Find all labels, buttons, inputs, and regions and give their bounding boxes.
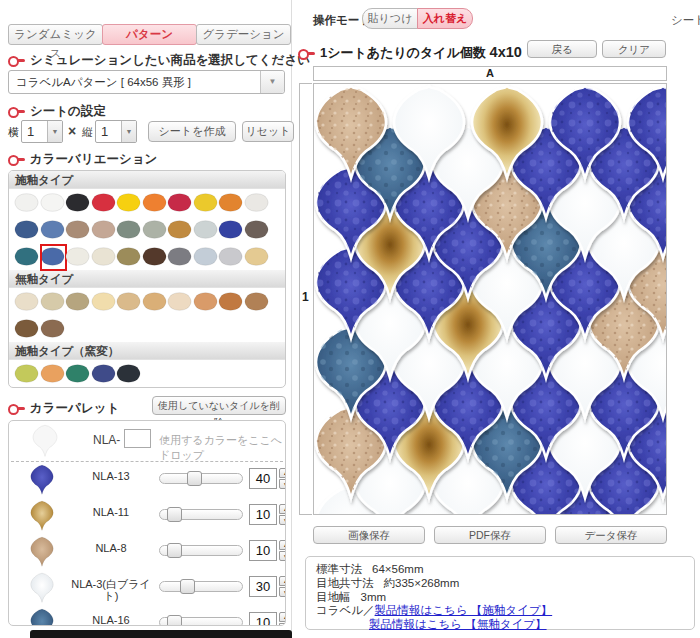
ratio-input[interactable]: 10	[249, 612, 277, 626]
ratio-stepper: ▲▼	[279, 540, 286, 561]
color-swatch[interactable]	[65, 190, 91, 215]
color-swatch[interactable]	[91, 289, 117, 314]
slider-thumb[interactable]	[187, 471, 202, 486]
color-swatch[interactable]	[244, 244, 270, 269]
ratio-slider[interactable]	[159, 473, 243, 484]
product-select-dropdown[interactable]: コラベルAパターン [ 64x56 異形 ] ▼	[8, 70, 285, 94]
operation-mode-button-0[interactable]: 貼りつけ	[362, 8, 418, 29]
reset-button[interactable]: リセット	[242, 121, 294, 142]
color-swatch[interactable]	[142, 217, 168, 242]
product-info-link-glazed[interactable]: 製品情報はこちら 【施釉タイプ】	[375, 604, 553, 616]
tile-sheet-canvas[interactable]	[313, 83, 667, 515]
save-button-2[interactable]: データ保存	[555, 526, 667, 544]
tab-0[interactable]: ランダムミックス	[8, 24, 103, 45]
color-swatch[interactable]	[116, 244, 142, 269]
color-swatch[interactable]	[142, 289, 168, 314]
stepper-up-icon[interactable]: ▲	[279, 576, 286, 586]
delete-unused-tiles-button[interactable]: 使用していないタイルを削除	[152, 396, 286, 415]
chevron-down-icon[interactable]: ▼	[47, 121, 62, 142]
color-swatch[interactable]	[167, 244, 193, 269]
color-swatch[interactable]	[65, 289, 91, 314]
tab-2[interactable]: グラデーション	[196, 24, 291, 45]
palette-code-input[interactable]	[124, 429, 151, 448]
slider-thumb[interactable]	[180, 579, 195, 594]
chevron-down-icon[interactable]: ▼	[260, 71, 284, 93]
color-swatch[interactable]	[14, 217, 40, 242]
ratio-slider[interactable]	[159, 509, 243, 520]
color-swatch[interactable]	[91, 190, 117, 215]
color-swatch[interactable]	[193, 244, 219, 269]
ratio-input[interactable]: 40	[249, 468, 277, 489]
color-swatch[interactable]	[244, 289, 270, 314]
color-swatch[interactable]	[40, 244, 66, 269]
ratio-input[interactable]: 30	[249, 576, 277, 597]
color-swatch[interactable]	[167, 190, 193, 215]
color-swatch[interactable]	[65, 244, 91, 269]
ratio-slider[interactable]	[159, 581, 243, 592]
clear-button[interactable]: クリア	[602, 40, 666, 58]
product-info-link-unglazed[interactable]: 製品情報はこちら 【無釉タイプ】	[369, 618, 547, 630]
slider-thumb[interactable]	[167, 615, 182, 626]
color-swatch[interactable]	[14, 244, 40, 269]
color-swatch[interactable]	[193, 289, 219, 314]
color-swatch[interactable]	[14, 316, 40, 341]
sheet-corner-label[interactable]: シート図	[671, 13, 700, 28]
color-palette-heading: カラーパレット 使用していないタイルを削除	[8, 398, 286, 418]
slider-thumb[interactable]	[167, 543, 182, 558]
color-swatch[interactable]	[40, 217, 66, 242]
create-sheet-button[interactable]: シートを作成	[148, 121, 236, 142]
color-swatch[interactable]	[40, 361, 66, 386]
color-swatch[interactable]	[65, 217, 91, 242]
color-swatch[interactable]	[91, 217, 117, 242]
tab-1[interactable]: パターン	[102, 24, 197, 45]
stepper-down-icon[interactable]: ▼	[279, 479, 286, 489]
color-swatch[interactable]	[116, 361, 142, 386]
color-swatch[interactable]	[65, 361, 91, 386]
sheet-width-spinner[interactable]: 1 ▼	[21, 120, 63, 143]
color-swatch[interactable]	[193, 190, 219, 215]
color-swatch[interactable]	[40, 190, 66, 215]
info-label: 目地共寸法	[316, 577, 374, 591]
color-swatch[interactable]	[244, 190, 270, 215]
color-swatch[interactable]	[167, 289, 193, 314]
operation-mode-button-1[interactable]: 入れ替え	[417, 8, 473, 29]
color-swatch[interactable]	[218, 190, 244, 215]
stepper-up-icon[interactable]: ▲	[279, 468, 286, 478]
color-swatch[interactable]	[116, 289, 142, 314]
ratio-slider[interactable]	[159, 545, 243, 556]
color-swatch[interactable]	[218, 289, 244, 314]
color-swatch[interactable]	[116, 190, 142, 215]
sheet-height-spinner[interactable]: 1 ▼	[95, 120, 137, 143]
palette-tile-label: NLA-16	[67, 606, 155, 626]
color-swatch[interactable]	[14, 190, 40, 215]
color-swatch[interactable]	[142, 190, 168, 215]
color-swatch[interactable]	[40, 316, 66, 341]
save-button-0[interactable]: 画像保存	[313, 526, 425, 544]
back-button[interactable]: 戻る	[527, 40, 597, 58]
color-swatch[interactable]	[91, 244, 117, 269]
stepper-down-icon[interactable]: ▼	[279, 587, 286, 597]
color-swatch[interactable]	[40, 289, 66, 314]
ratio-input[interactable]: 10	[249, 540, 277, 561]
color-swatch[interactable]	[91, 361, 117, 386]
color-swatch[interactable]	[14, 289, 40, 314]
stepper-up-icon[interactable]: ▲	[279, 504, 286, 514]
ratio-slider[interactable]	[159, 617, 243, 626]
stepper-down-icon[interactable]: ▼	[279, 623, 286, 626]
color-swatch[interactable]	[218, 244, 244, 269]
color-swatch[interactable]	[193, 217, 219, 242]
color-swatch[interactable]	[167, 217, 193, 242]
stepper-down-icon[interactable]: ▼	[279, 551, 286, 561]
stepper-up-icon[interactable]: ▲	[279, 540, 286, 550]
color-swatch[interactable]	[14, 361, 40, 386]
color-swatch[interactable]	[142, 244, 168, 269]
color-swatch[interactable]	[116, 217, 142, 242]
color-swatch[interactable]	[244, 217, 270, 242]
stepper-down-icon[interactable]: ▼	[279, 515, 286, 525]
stepper-up-icon[interactable]: ▲	[279, 612, 286, 622]
ratio-input[interactable]: 10	[249, 504, 277, 525]
slider-thumb[interactable]	[167, 507, 182, 522]
color-swatch[interactable]	[218, 217, 244, 242]
chevron-down-icon[interactable]: ▼	[121, 121, 136, 142]
save-button-1[interactable]: PDF保存	[434, 526, 546, 544]
